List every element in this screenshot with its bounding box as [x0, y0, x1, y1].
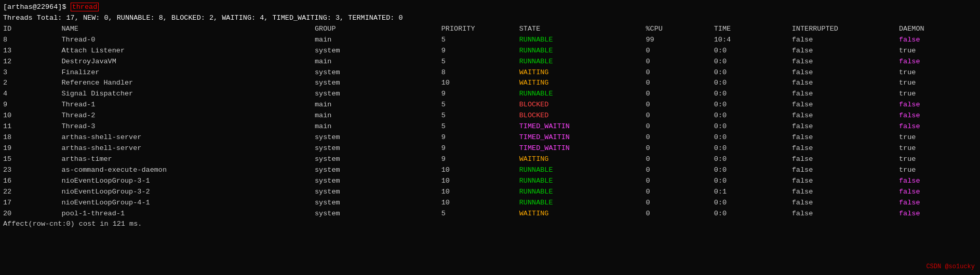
table-row: 17nioEventLoopGroup-4-1system10RUNNABLE0… [3, 198, 977, 209]
col-header-priority: PRIORITY [441, 24, 519, 35]
table-row: 4Signal Dispatchersystem9RUNNABLE00:0fal… [3, 89, 977, 100]
table-row: 2Reference Handlersystem10WAITING00:0fal… [3, 78, 977, 89]
prompt-user: [arthas@22964]$ [3, 3, 66, 11]
table-row: 23as-command-execute-daemonsystem10RUNNA… [3, 165, 977, 176]
watermark: CSDN @so1ucky [926, 262, 975, 272]
col-header-interrupted: INTERRUPTED [792, 24, 899, 35]
table-row: 20pool-1-thread-1system5WAITING00:0false… [3, 209, 977, 219]
table-row: 9Thread-1main5BLOCKED00:0falsefalse [3, 100, 977, 111]
table-row: 10Thread-2main5BLOCKED00:0falsefalse [3, 111, 977, 121]
col-header-name: NAME [62, 24, 315, 35]
col-header-cpu: %CPU [646, 24, 714, 35]
col-header-daemon: DAEMON [899, 24, 977, 35]
col-header-time: TIME [714, 24, 792, 35]
table-row: 18arthas-shell-serversystem9TIMED_WAITIN… [3, 132, 977, 143]
table-row: 11Thread-3main5TIMED_WAITIN00:0falsefals… [3, 121, 977, 132]
table-row: 3Finalizersystem8WAITING00:0falsetrue [3, 67, 977, 78]
table-row: 15arthas-timersystem9WAITING00:0falsetru… [3, 154, 977, 165]
table-row: 22nioEventLoopGroup-3-2system10RUNNABLE0… [3, 187, 977, 198]
col-header-state: STATE [519, 24, 646, 35]
thread-table: ID NAME GROUP PRIORITY STATE %CPU TIME I… [3, 24, 977, 219]
col-header-group: GROUP [315, 24, 441, 35]
command-highlight: thread [71, 3, 99, 11]
table-row: 19arthas-shell-serversystem9TIMED_WAITIN… [3, 143, 977, 154]
footer-line: Affect(row-cnt:0) cost in 121 ms. [3, 219, 977, 230]
table-row: 8Thread-0main5RUNNABLE9910:4falsefalse [3, 35, 977, 46]
table-row: 12DestroyJavaVMmain5RUNNABLE00:0falsefal… [3, 57, 977, 67]
table-header-row: ID NAME GROUP PRIORITY STATE %CPU TIME I… [3, 24, 977, 35]
prompt-line: [arthas@22964]$ thread [3, 2, 977, 13]
table-row: 16nioEventLoopGroup-3-1system10RUNNABLE0… [3, 176, 977, 187]
col-header-id: ID [3, 24, 62, 35]
table-row: 13Attach Listenersystem9RUNNABLE00:0fals… [3, 46, 977, 57]
summary-line: Threads Total: 17, NEW: 0, RUNNABLE: 8, … [3, 13, 977, 24]
